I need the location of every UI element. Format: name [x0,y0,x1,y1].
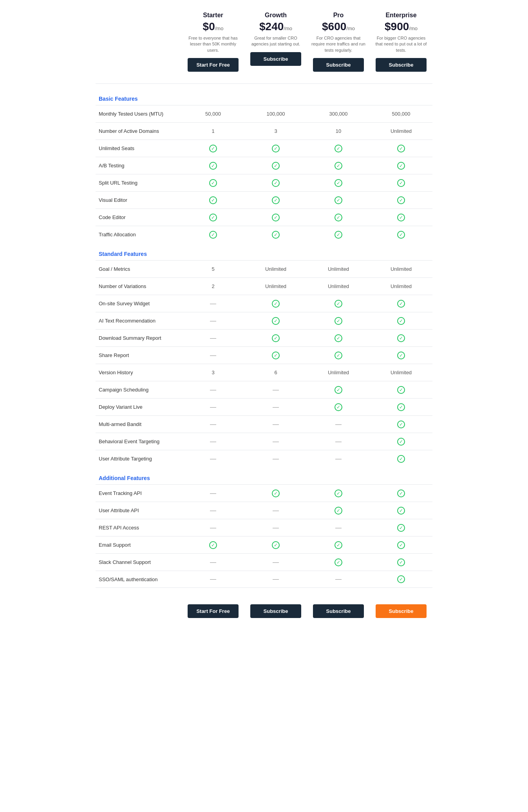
feature-row: AI Text Recommendation—✓✓✓ [96,312,432,329]
dash-icon: — [210,335,216,341]
feature-value-growth: ✓ [244,348,307,363]
plan-button-starter[interactable]: Start For Free [188,58,239,72]
check-icon: ✓ [272,162,280,170]
feature-value-pro: 300,000 [307,107,370,121]
feature-name: Download Summary Report [96,331,182,345]
feature-value-enterprise: ✓ [370,520,432,536]
check-icon: ✓ [335,196,342,204]
check-icon: ✓ [397,507,405,515]
feature-value-pro: ✓ [307,537,370,553]
dash-icon: — [210,404,216,410]
feature-row: Download Summary Report—✓✓✓ [96,329,432,346]
footer-button-3[interactable]: Subscribe [376,604,427,618]
plan-price-growth: $240/mo [248,20,304,33]
check-icon: ✓ [397,214,405,221]
feature-value-growth: 100,000 [244,107,307,121]
plan-header-growth: Growth $240/mo Great for smaller CRO age… [244,8,307,76]
dash-icon: — [335,421,342,428]
check-icon: ✓ [397,231,405,239]
feature-name: Behavioral Event Targeting [96,435,182,448]
plan-button-pro[interactable]: Subscribe [313,58,364,72]
feature-row: User Attribute Targeting———✓ [96,450,432,467]
plan-price-starter: $0/mo [185,20,241,33]
section-title: Additional Features [96,475,182,481]
check-icon: ✓ [397,403,405,411]
check-icon: ✓ [335,386,342,394]
plan-name-pro: Pro [310,12,367,19]
check-icon: ✓ [397,196,405,204]
feature-value-pro: ✓ [307,555,370,570]
plan-name-enterprise: Enterprise [373,12,429,19]
plan-name-starter: Starter [185,12,241,19]
footer-plan-col-2: Subscribe [307,600,370,618]
feature-row: Slack Channel Support——✓✓ [96,553,432,571]
feature-row: Number of Active Domains1310Unlimited [96,122,432,140]
feature-value-pro: ✓ [307,382,370,398]
feature-name: User Attribute Targeting [96,452,182,466]
feature-row: Unlimited Seats✓✓✓✓ [96,140,432,157]
dash-icon: — [210,507,216,514]
dash-icon: — [210,559,216,566]
dash-icon: — [210,524,216,531]
feature-value-starter: ✓ [182,210,244,225]
feature-row: Campaign Scheduling——✓✓ [96,381,432,398]
feature-value-pro: — [307,451,370,466]
feature-value-pro: ✓ [307,175,370,191]
check-icon: ✓ [272,214,280,221]
feature-value-enterprise: ✓ [370,141,432,156]
check-icon: ✓ [335,300,342,308]
feature-value-growth: — [244,417,307,432]
dash-icon: — [210,352,216,359]
footer-button-0[interactable]: Start For Free [188,604,239,618]
feature-value-enterprise: ✓ [370,537,432,553]
section-title: Standard Features [96,251,182,257]
feature-name: Goal / Metrics [96,262,182,276]
section-header-standard-features: Standard Features [96,243,432,260]
feature-value-starter: ✓ [182,227,244,243]
feature-name: A/B Testing [96,159,182,172]
feature-name: Split URL Testing [96,176,182,190]
feature-value-growth: ✓ [244,141,307,156]
feature-value-starter: — [182,572,244,587]
footer-button-1[interactable]: Subscribe [250,604,301,618]
feature-value-growth: ✓ [244,330,307,346]
feature-value-growth: ✓ [244,486,307,501]
feature-value-enterprise: ✓ [370,210,432,225]
feature-name: Event Tracking API [96,486,182,500]
feature-value-starter: — [182,417,244,432]
dash-icon: — [210,317,216,324]
feature-row: Code Editor✓✓✓✓ [96,208,432,226]
check-icon: ✓ [397,179,405,187]
feature-value-growth: — [244,434,307,449]
feature-value-growth: — [244,520,307,535]
feature-name: Unlimited Seats [96,141,182,155]
feature-name: Number of Variations [96,279,182,293]
feature-value-starter: 3 [182,366,244,379]
feature-value-starter: ✓ [182,175,244,191]
plans-header: Starter $0/mo Free to everyone that has … [96,8,432,84]
feature-name: Share Report [96,348,182,362]
feature-value-growth: 3 [244,124,307,138]
feature-value-growth: 6 [244,366,307,379]
plan-desc-starter: Free to everyone that has lesser than 50… [185,35,241,53]
feature-value-enterprise: ✓ [370,192,432,208]
check-icon: ✓ [209,541,217,549]
plan-button-enterprise[interactable]: Subscribe [376,58,427,72]
feature-row: Behavioral Event Targeting———✓ [96,433,432,450]
feature-name: Monthly Tested Users (MTU) [96,107,182,121]
feature-value-growth: ✓ [244,313,307,329]
check-icon: ✓ [272,334,280,342]
dash-icon: — [210,438,216,445]
check-icon: ✓ [209,162,217,170]
plan-button-growth[interactable]: Subscribe [250,52,301,66]
feature-value-enterprise: Unlimited [370,262,432,276]
feature-value-enterprise: ✓ [370,330,432,346]
feature-value-starter: ✓ [182,158,244,174]
check-icon: ✓ [209,145,217,152]
feature-value-enterprise: ✓ [370,555,432,570]
footer-button-2[interactable]: Subscribe [313,604,364,618]
feature-value-pro: Unlimited [307,366,370,379]
feature-value-enterprise: 500,000 [370,107,432,121]
feature-row: Monthly Tested Users (MTU)50,000100,0003… [96,105,432,122]
dash-icon: — [273,404,279,410]
